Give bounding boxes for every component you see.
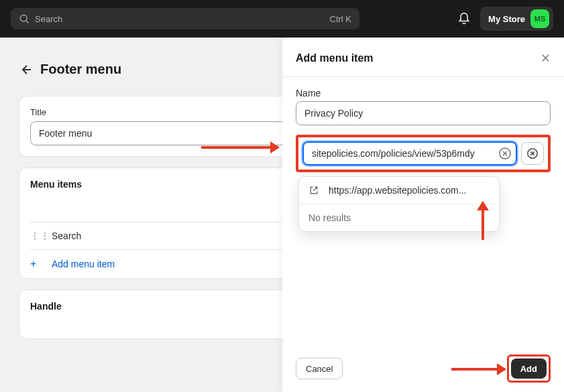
- svg-line-1: [26, 21, 28, 23]
- avatar: MS: [530, 9, 549, 28]
- notifications-icon[interactable]: [457, 12, 471, 25]
- add-menu-item-panel: Add menu item ✕ Name https://app.website…: [282, 38, 564, 392]
- name-field-label: Name: [296, 88, 551, 99]
- clear-input-icon[interactable]: [498, 147, 512, 160]
- suggestion-text: https://app.websitepolicies.com...: [329, 185, 466, 196]
- add-button-highlight: Add: [507, 354, 551, 383]
- name-input[interactable]: [296, 101, 551, 125]
- panel-title: Add menu item: [296, 52, 541, 64]
- top-bar: Search Ctrl K My Store MS: [0, 0, 564, 38]
- no-results-text: No results: [308, 212, 351, 223]
- search-placeholder: Search: [35, 14, 325, 24]
- svg-point-0: [20, 15, 27, 21]
- external-link-icon: [308, 185, 319, 196]
- top-bar-right: My Store MS: [457, 7, 553, 31]
- no-results-row: No results: [299, 204, 499, 231]
- store-switcher[interactable]: My Store MS: [480, 7, 553, 31]
- menu-item-label: Search: [52, 231, 81, 241]
- global-search[interactable]: Search Ctrl K: [11, 8, 359, 29]
- cancel-button[interactable]: Cancel: [296, 358, 343, 379]
- add-menu-item-label: Add menu item: [52, 259, 115, 269]
- close-icon[interactable]: ✕: [541, 51, 551, 66]
- store-name: My Store: [488, 14, 525, 24]
- back-arrow-icon[interactable]: [19, 63, 32, 76]
- link-input-wrap: [302, 141, 517, 166]
- panel-header: Add menu item ✕: [282, 38, 564, 77]
- page-title: Footer menu: [40, 62, 121, 77]
- drag-handle-icon[interactable]: ⋮⋮: [30, 231, 38, 241]
- search-shortcut: Ctrl K: [330, 14, 352, 24]
- plus-icon: +: [30, 258, 38, 270]
- search-icon: [19, 13, 30, 24]
- panel-footer: Cancel Add: [282, 345, 564, 392]
- panel-body: Name https://app.websitepolicies.com... …: [282, 77, 564, 345]
- clear-link-button[interactable]: [521, 142, 544, 165]
- link-suggestions-dropdown: https://app.websitepolicies.com... No re…: [298, 176, 500, 232]
- suggestion-item[interactable]: https://app.websitepolicies.com...: [299, 177, 499, 204]
- clear-icon: [526, 147, 539, 159]
- link-input[interactable]: [302, 141, 517, 166]
- link-field-highlight: [296, 135, 551, 172]
- add-button[interactable]: Add: [511, 358, 547, 379]
